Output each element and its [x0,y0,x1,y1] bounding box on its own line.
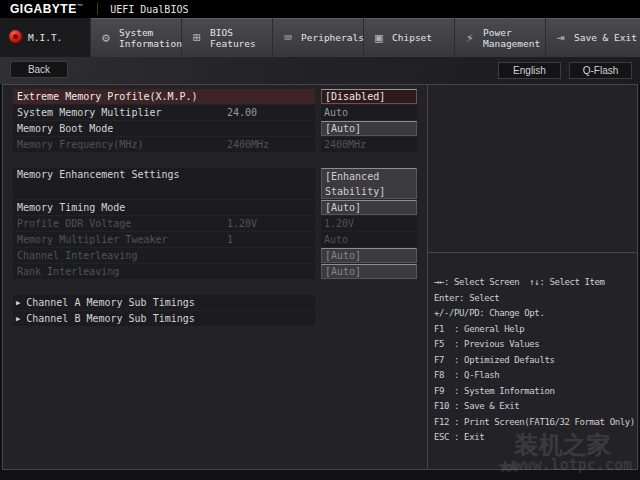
gear-icon: ⚙ [98,30,114,45]
setting-row-main[interactable]: Memory Enhancement Settings [13,168,315,199]
setting-row-main[interactable]: Memory Boot Mode [13,121,315,136]
key-legend-line: →←: Select Screen ↑↓: Select Item [434,277,633,293]
setting-value-box[interactable]: [Auto] [321,121,417,136]
tab-chipset[interactable]: ▣Chipset [364,18,455,57]
setting-current-value: 1.20V [227,218,315,229]
key-legend-line: F8 : Q-Flash [434,370,633,386]
submenu-arrow-icon: ▶ [16,315,20,323]
bios-screen: GIGABYTE™ UEFI DualBIOS M.I.T.⚙System In… [0,0,640,480]
tab-label: Peripherals [301,32,364,43]
qflash-button[interactable]: Q-Flash [569,62,632,79]
tab-peripherals[interactable]: ⌨Peripherals [273,18,364,57]
key-legend: →←: Select Screen ↑↓: Select ItemEnter: … [428,253,638,448]
setting-row-main[interactable]: System Memory Multiplier24.00 [13,105,315,120]
setting-row[interactable]: Memory Timing Mode[Auto] [13,200,417,215]
back-button[interactable]: Back [10,61,68,78]
setting-row[interactable]: Memory Boot Mode[Auto] [13,121,417,136]
tab-label: Save & Exit [574,32,637,43]
setting-row-main[interactable]: Profile DDR Voltage1.20V [13,216,315,231]
key-legend-line: F9 : System Information [434,386,633,402]
tab-power-management[interactable]: ⚡Power Management [455,18,546,57]
setting-label: System Memory Multiplier [17,107,227,118]
setting-label: Memory Timing Mode [17,202,315,213]
tab-label: BIOS Features [210,27,256,49]
setting-row[interactable]: Channel Interleaving[Auto] [13,248,417,263]
setting-row[interactable]: Extreme Memory Profile(X.M.P.)[Disabled] [13,89,417,104]
setting-label: Memory Enhancement Settings [17,169,315,180]
setting-row[interactable]: Memory Multiplier Tweaker1Auto [13,232,417,247]
key-legend-line: ESC : Exit [434,432,633,448]
tab-label: Power Management [483,27,540,49]
peripherals-icon: ⌨ [280,30,296,45]
setting-label: Memory Multiplier Tweaker [17,234,227,245]
setting-value-box[interactable]: [Auto] [321,248,417,263]
gigabyte-logo: GIGABYTE™ [10,2,83,16]
key-legend-line: F12 : Print Screen(FAT16/32 Format Only) [434,417,633,433]
setting-label: Rank Interleaving [17,266,315,277]
chipset-icon: ▣ [371,30,387,45]
key-legend-line: F1 : General Help [434,324,633,340]
setting-row-main[interactable]: Memory Timing Mode [13,200,315,215]
right-sidebar: →←: Select Screen ↑↓: Select ItemEnter: … [427,85,638,469]
setting-row[interactable]: Rank Interleaving[Auto] [13,264,417,279]
submenu-row[interactable]: ▶Channel B Memory Sub Timings [13,311,417,326]
setting-row-main[interactable]: ▶Channel B Memory Sub Timings [13,311,315,326]
setting-row-main[interactable]: Memory Frequency(MHz)2400MHz [13,137,315,152]
power-icon: ⚡ [462,30,478,45]
submenu-arrow-icon: ▶ [16,299,20,307]
setting-value-text: Auto [321,105,417,120]
tab-save-exit[interactable]: ⇥Save & Exit [546,18,640,57]
title-bar: GIGABYTE™ UEFI DualBIOS [0,0,640,18]
main-panel: Extreme Memory Profile(X.M.P.)[Disabled]… [2,84,638,470]
setting-current-value: 1 [227,234,315,245]
tab-mit[interactable]: M.I.T. [0,18,91,57]
mit-icon [7,30,23,46]
setting-row-main[interactable]: Rank Interleaving [13,264,315,279]
tab-bar: M.I.T.⚙System Information⊞BIOS Features⌨… [0,18,640,57]
setting-label: Extreme Memory Profile(X.M.P.) [17,91,315,102]
setting-label: Profile DDR Voltage [17,218,227,229]
submenu-row[interactable]: ▶Channel A Memory Sub Timings [13,295,417,310]
setting-row[interactable]: System Memory Multiplier24.00Auto [13,105,417,120]
setting-current-value: 2400MHz [227,139,315,150]
setting-row-main[interactable]: ▶Channel A Memory Sub Timings [13,295,315,310]
setting-label: Channel Interleaving [17,250,315,261]
setting-row[interactable]: Memory Enhancement Settings[Enhanced Sta… [13,168,417,199]
setting-row[interactable]: Memory Frequency(MHz)2400MHz2400MHz [13,137,417,152]
tab-system-information[interactable]: ⚙System Information [91,18,182,57]
key-legend-line: F7 : Optimized Defaults [434,355,633,371]
trademark-mark: ™ [77,3,84,9]
tab-label: Chipset [392,32,432,43]
settings-list: Extreme Memory Profile(X.M.P.)[Disabled]… [3,85,427,469]
setting-value-box[interactable]: [Auto] [321,264,417,279]
setting-row-main[interactable]: Memory Multiplier Tweaker1 [13,232,315,247]
setting-current-value: 24.00 [227,107,315,118]
setting-value-text: 1.20V [321,216,417,231]
title-bar-divider [97,3,98,15]
subheader-right-buttons: English Q-Flash [498,62,632,79]
sub-header: Back English Q-Flash [0,57,640,84]
setting-label: Channel A Memory Sub Timings [26,297,315,308]
key-legend-line: F10 : Save & Exit [434,401,633,417]
key-legend-line: +/-/PU/PD: Change Opt. [434,308,633,324]
setting-label: Memory Frequency(MHz) [17,139,227,150]
setting-row-main[interactable]: Channel Interleaving [13,248,315,263]
setting-value-box[interactable]: [Disabled] [321,89,417,104]
setting-row[interactable]: Profile DDR Voltage1.20V1.20V [13,216,417,231]
setting-row-main[interactable]: Extreme Memory Profile(X.M.P.) [13,89,315,104]
setting-value-text: Auto [321,232,417,247]
key-legend-line: Enter: Select [434,293,633,309]
setting-label: Memory Boot Mode [17,123,315,134]
bios-features-icon: ⊞ [189,30,205,45]
firmware-title: UEFI DualBIOS [110,4,188,15]
tab-bios-features[interactable]: ⊞BIOS Features [182,18,273,57]
key-legend-line: F5 : Previous Values [434,339,633,355]
language-button[interactable]: English [498,62,561,79]
tab-label: System Information [119,27,182,49]
tab-label: M.I.T. [28,32,62,43]
setting-value-box[interactable]: [Auto] [321,200,417,215]
setting-value-box[interactable]: [Enhanced Stability] [321,168,417,199]
setting-value-text: 2400MHz [321,137,417,152]
setting-label: Channel B Memory Sub Timings [26,313,315,324]
save-exit-icon: ⇥ [553,30,569,45]
